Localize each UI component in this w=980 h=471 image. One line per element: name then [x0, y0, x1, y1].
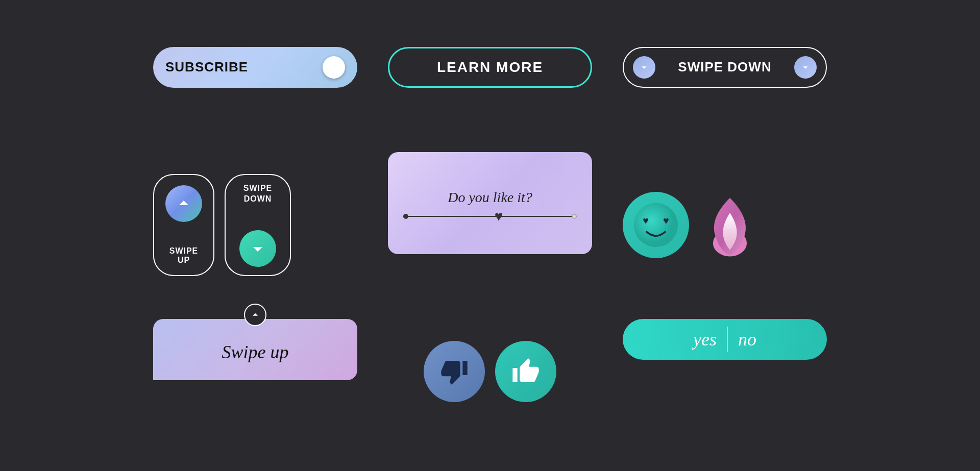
subscribe-label: SUBSCRIBE: [165, 59, 248, 75]
thumbs-up-button[interactable]: [495, 341, 556, 402]
arrow-down-circle: [239, 230, 276, 267]
swipe-up-label: SWIPEUP: [169, 246, 199, 265]
swipe-up-notch: [244, 304, 266, 326]
fire-emoji: [704, 192, 755, 258]
learn-more-label: LEARN MORE: [437, 59, 543, 76]
chevron-left-circle: [633, 56, 655, 79]
swipe-down-top-button[interactable]: SWIPE DOWN: [623, 47, 827, 88]
like-it-card: Do you like it? ♥: [388, 152, 592, 254]
yes-no-button[interactable]: yes no: [623, 319, 827, 360]
slider-right-dot: [572, 214, 577, 219]
svg-text:♥: ♥: [643, 215, 649, 227]
slider-track: ♥: [403, 216, 577, 217]
swipe-down-label: SWIPEDOWN: [243, 183, 273, 205]
thumbs-down-button[interactable]: [424, 341, 485, 402]
thumbs-group: [388, 319, 592, 425]
swipe-up-script-label: Swipe up: [222, 341, 289, 363]
subscribe-toggle[interactable]: SUBSCRIBE: [153, 47, 357, 88]
swipe-down-top-label: SWIPE DOWN: [678, 59, 771, 75]
yes-no-divider: [727, 327, 728, 352]
learn-more-button[interactable]: LEARN MORE: [388, 47, 592, 88]
love-emoji: ♥ ♥: [623, 192, 689, 258]
slider-heart-icon: ♥: [495, 208, 503, 225]
like-card-title: Do you like it?: [448, 189, 532, 206]
emoji-group: ♥ ♥: [623, 152, 827, 299]
swipe-down-pill[interactable]: SWIPEDOWN: [225, 174, 291, 276]
swipe-up-card[interactable]: Swipe up: [153, 319, 357, 380]
svg-point-0: [634, 203, 678, 247]
svg-text:♥: ♥: [663, 215, 669, 227]
slider-left-dot: [403, 214, 408, 219]
swipe-buttons-group: SWIPEUP SWIPEDOWN: [153, 152, 357, 299]
toggle-circle[interactable]: [323, 56, 345, 79]
no-label: no: [738, 329, 756, 350]
yes-label: yes: [693, 329, 717, 350]
swipe-up-pill[interactable]: SWIPEUP: [153, 174, 214, 276]
arrow-up-circle: [165, 185, 202, 222]
like-slider[interactable]: ♥: [403, 216, 577, 217]
chevron-right-circle: [794, 56, 817, 79]
